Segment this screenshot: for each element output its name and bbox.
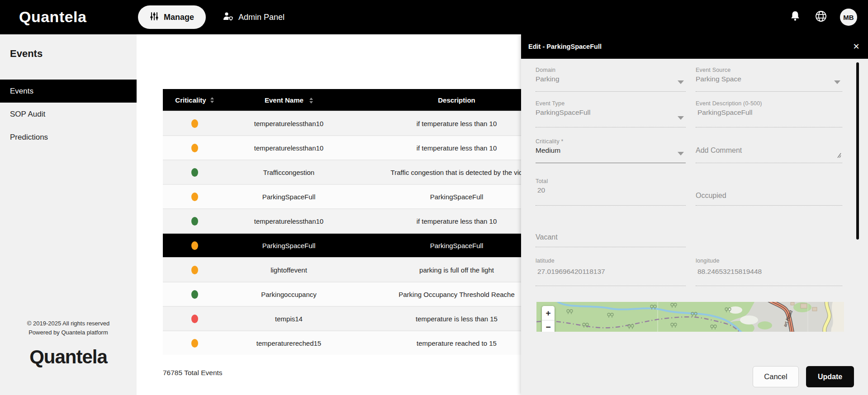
- latitude-field[interactable]: latitude 27.019696420118137: [536, 258, 686, 286]
- table-row[interactable]: Parkingoccupancy Parking Occupancy Thres…: [163, 282, 522, 306]
- occupied-field[interactable]: Occupied: [696, 184, 842, 206]
- table-row[interactable]: ParkingSpaceFull ParkingSpaceFull: [163, 233, 522, 257]
- table-row[interactable]: temperaturelessthan10 if temperature les…: [163, 135, 522, 160]
- chevron-down-icon: [678, 116, 684, 120]
- close-icon[interactable]: ✕: [851, 41, 862, 52]
- criticality-value: Medium: [536, 146, 686, 155]
- latitude-label: latitude: [536, 258, 686, 264]
- longitude-label: longitude: [696, 258, 842, 264]
- column-header-label: Criticality: [175, 96, 206, 104]
- sidebar: Events Events SOP Audit Predictions © 20…: [0, 34, 137, 395]
- event-name-cell: ParkingSpaceFull: [226, 242, 351, 249]
- zoom-out-button[interactable]: −: [542, 320, 555, 332]
- description-cell: temperature reached to 15: [351, 339, 522, 347]
- add-comment-textarea[interactable]: Add Comment: [696, 143, 842, 163]
- criticality-select[interactable]: Criticality * Medium: [536, 138, 686, 163]
- edit-event-panel: Edit - ParkingSpaceFull ✕ Domain Parking…: [521, 34, 868, 395]
- vacant-placeholder: Vacant: [536, 233, 558, 241]
- chevron-down-icon: [834, 80, 840, 84]
- sidebar-item-sop-audit[interactable]: SOP Audit: [0, 103, 137, 126]
- edit-panel-title: Edit - ParkingSpaceFull: [528, 43, 602, 50]
- table-row[interactable]: ParkingSpaceFull ParkingSpaceFull: [163, 184, 522, 208]
- sidebar-footer: © 2019-2025 All rights reserved Powered …: [0, 319, 137, 337]
- vacant-field[interactable]: Vacant: [536, 229, 686, 247]
- admin-shield-user-icon: [223, 11, 233, 24]
- event-description-label: Event Description (0-500): [696, 100, 842, 107]
- column-header-criticality[interactable]: Criticality: [163, 96, 226, 104]
- occupied-placeholder: Occupied: [696, 192, 726, 200]
- sidebar-nav: Events SOP Audit Predictions: [0, 80, 137, 149]
- admin-panel-label: Admin Panel: [238, 13, 285, 22]
- table-row[interactable]: tempis14 temperature is less than 15: [163, 306, 522, 330]
- manage-button[interactable]: Manage: [138, 5, 206, 29]
- cancel-button[interactable]: Cancel: [753, 366, 799, 387]
- description-cell: temperature is less than 15: [351, 315, 522, 323]
- sidebar-quantela-wordmark: Quantela: [0, 346, 137, 368]
- sliders-icon: [150, 12, 159, 23]
- location-map[interactable]: art Road + −: [536, 302, 844, 332]
- sort-icon[interactable]: [309, 98, 313, 103]
- event-name-cell: temperaturelessthan10: [226, 217, 351, 225]
- events-table: Criticality Event Name Description tempe…: [163, 89, 522, 355]
- user-avatar[interactable]: MB: [840, 9, 857, 26]
- panel-scrollbar[interactable]: [856, 62, 859, 240]
- description-cell: if temperature less than 10: [351, 217, 522, 225]
- sidebar-item-predictions[interactable]: Predictions: [0, 126, 137, 149]
- panel-actions: Cancel Update: [521, 366, 868, 388]
- column-header-event-name[interactable]: Event Name: [226, 96, 351, 104]
- criticality-dot: [191, 193, 198, 201]
- sidebar-item-events[interactable]: Events: [0, 80, 137, 103]
- resize-handle-icon[interactable]: [836, 152, 841, 160]
- table-row[interactable]: Trafficcongestion Traffic congestion tha…: [163, 160, 522, 184]
- longitude-field[interactable]: longitude 88.24653215819448: [696, 258, 842, 286]
- criticality-dot: [191, 290, 198, 299]
- table-row[interactable]: temperaturelessthan10 if temperature les…: [163, 208, 522, 233]
- map-tiles: art Road: [536, 302, 844, 332]
- criticality-dot: [191, 217, 198, 226]
- criticality-dot: [191, 339, 198, 348]
- table-row[interactable]: temperaturelessthan10 if temperature les…: [163, 111, 522, 135]
- event-name-cell: temperaturelessthan10: [226, 144, 351, 152]
- column-header-label: Event Name: [265, 96, 304, 104]
- column-header-label: Description: [438, 96, 475, 104]
- chevron-down-icon: [678, 152, 684, 155]
- event-name-cell: temperaturelessthan10: [226, 120, 351, 127]
- update-button[interactable]: Update: [806, 366, 854, 387]
- event-source-label: Event Source: [696, 67, 842, 73]
- description-cell: ParkingSpaceFull: [351, 242, 522, 249]
- criticality-dot: [191, 144, 198, 152]
- description-cell: if temperature less than 10: [351, 120, 522, 127]
- event-name-cell: Parkingoccupancy: [226, 291, 351, 298]
- table-row[interactable]: temperaturereched15 temperature reached …: [163, 330, 522, 355]
- criticality-dot: [191, 168, 198, 177]
- description-cell: ParkingSpaceFull: [351, 193, 522, 201]
- domain-label: Domain: [536, 67, 686, 73]
- domain-select[interactable]: Domain Parking: [536, 67, 686, 92]
- longitude-value: 88.24653215819448: [696, 268, 842, 276]
- domain-value: Parking: [536, 75, 686, 83]
- globe-icon: [814, 9, 828, 25]
- powered-by-text: Powered by Quantela platform: [0, 328, 137, 337]
- description-cell: parking is full off the light: [351, 266, 522, 274]
- event-table-body: temperaturelessthan10 if temperature les…: [163, 111, 522, 355]
- column-header-description[interactable]: Description: [351, 96, 522, 104]
- event-source-value: Parking Space: [696, 75, 842, 83]
- notifications-button[interactable]: [789, 0, 801, 34]
- event-source-select[interactable]: Event Source Parking Space: [696, 67, 842, 92]
- event-name-cell: tempis14: [226, 315, 351, 323]
- admin-panel-button[interactable]: Admin Panel: [223, 0, 285, 34]
- criticality-dot: [191, 266, 198, 274]
- description-cell: if temperature less than 10: [351, 144, 522, 152]
- event-type-select[interactable]: Event Type ParkingSpaceFull: [536, 100, 686, 127]
- language-button[interactable]: [814, 0, 828, 34]
- event-description-field[interactable]: Event Description (0-500) ParkingSpaceFu…: [696, 100, 842, 127]
- table-row[interactable]: lightoffevent parking is full off the li…: [163, 257, 522, 282]
- map-zoom-control: + −: [542, 306, 555, 332]
- chevron-down-icon: [678, 80, 684, 84]
- description-cell: Parking Occupancy Threshold Reache: [351, 291, 522, 298]
- edit-panel-header: Edit - ParkingSpaceFull ✕: [521, 34, 868, 59]
- total-field[interactable]: Total 20: [536, 178, 686, 206]
- add-comment-placeholder: Add Comment: [696, 146, 742, 155]
- zoom-in-button[interactable]: +: [542, 306, 555, 320]
- sort-icon[interactable]: [210, 97, 214, 103]
